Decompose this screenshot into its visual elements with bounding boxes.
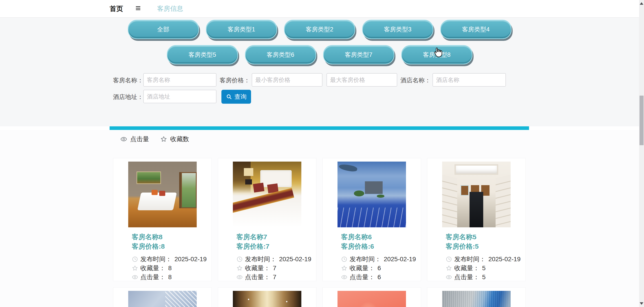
star-icon — [341, 265, 347, 271]
publish-date-row: 发布时间：2025-02-19 — [132, 255, 208, 264]
room-card[interactable]: 客房名称7 客房价格:7 发布时间：2025-02-19 收藏量：7 点击量：7 — [218, 158, 316, 281]
filter-type7-button[interactable]: 客房类型7 — [323, 45, 394, 64]
room-price-text: 客房价格:6 — [341, 242, 417, 251]
scroll-down-icon[interactable] — [640, 302, 643, 305]
star-icon — [160, 136, 167, 142]
hotel-name-label: 酒店名称： — [400, 73, 431, 87]
room-photo — [338, 162, 406, 227]
query-button[interactable]: 查询 — [222, 90, 251, 104]
nav-room-info-link[interactable]: 客房信息 — [157, 0, 183, 17]
publish-date-row: 发布时间：2025-02-19 — [236, 255, 312, 264]
hotel-address-input[interactable] — [143, 90, 216, 103]
room-photo — [338, 291, 406, 307]
room-photo — [442, 162, 510, 227]
eye-icon — [446, 274, 452, 280]
eye-icon — [120, 136, 127, 142]
room-card[interactable]: 客房名称8 客房价格:8 发布时间：2025-02-19 收藏量：8 点击量：8 — [113, 158, 212, 281]
filter-type6-button[interactable]: 客房类型6 — [245, 45, 316, 64]
hotel-address-label: 酒店地址： — [113, 90, 143, 104]
eye-icon — [236, 274, 243, 280]
room-card[interactable] — [113, 287, 212, 307]
star-icon — [132, 265, 138, 271]
room-card[interactable] — [322, 287, 421, 307]
room-photo — [233, 162, 301, 227]
clock-icon — [132, 256, 138, 262]
filter-type4-button[interactable]: 客房类型4 — [440, 20, 512, 39]
room-name-link[interactable]: 客房名称8 — [132, 233, 208, 241]
clock-icon — [341, 256, 347, 262]
scrollbar-thumb[interactable] — [640, 96, 644, 145]
hotel-name-input[interactable] — [432, 73, 506, 87]
hamburger-menu-icon[interactable] — [136, 6, 141, 11]
room-name-link[interactable]: 客房名称6 — [341, 233, 417, 241]
max-price-input[interactable] — [326, 73, 397, 87]
room-photo — [442, 291, 510, 307]
filter-type3-button[interactable]: 客房类型3 — [362, 20, 434, 39]
favorites-row: 收藏量：7 — [236, 264, 312, 273]
room-name-input[interactable] — [143, 73, 216, 87]
stats-legend: 点击量 收藏数 — [120, 135, 189, 143]
room-name-link[interactable]: 客房名称5 — [446, 233, 522, 241]
room-info-page: 首页 客房信息 全部 客房类型1 客房类型2 客房类型3 客房类型4 客房类型5… — [0, 0, 644, 307]
star-icon — [236, 265, 243, 271]
eye-icon — [132, 274, 138, 280]
search-icon — [226, 94, 232, 100]
filter-all-button[interactable]: 全部 — [128, 20, 199, 39]
clicks-row: 点击量：7 — [236, 273, 312, 282]
vertical-scrollbar[interactable] — [639, 0, 644, 307]
filter-type8-button[interactable]: 客房类型8 — [401, 45, 472, 64]
publish-date-row: 发布时间：2025-02-19 — [446, 255, 522, 264]
room-photo — [128, 291, 197, 307]
top-navbar: 首页 客房信息 — [0, 0, 639, 18]
section-divider-bar — [110, 126, 529, 130]
filter-type2-button[interactable]: 客房类型2 — [284, 20, 355, 39]
favorites-row: 收藏量：5 — [446, 264, 522, 273]
star-icon — [446, 265, 452, 271]
nav-home-link[interactable]: 首页 — [110, 0, 123, 17]
eye-icon — [341, 274, 347, 280]
min-price-input[interactable] — [252, 73, 322, 87]
query-button-label: 查询 — [234, 93, 246, 101]
room-price-text: 客房价格:7 — [236, 242, 312, 251]
room-cards-row-1: 客房名称8 客房价格:8 发布时间：2025-02-19 收藏量：8 点击量：8 — [113, 158, 526, 281]
room-type-filter-row-2: 客房类型5 客房类型6 客房类型7 客房类型8 — [0, 45, 639, 64]
room-card[interactable] — [218, 287, 316, 307]
clicks-row: 点击量：5 — [446, 273, 522, 282]
clock-icon — [236, 256, 243, 262]
room-name-link[interactable]: 客房名称7 — [236, 233, 312, 241]
room-photo — [128, 162, 197, 227]
room-type-filter-row-1: 全部 客房类型1 客房类型2 客房类型3 客房类型4 — [0, 20, 639, 39]
publish-date-row: 发布时间：2025-02-19 — [341, 255, 417, 264]
legend-favorites-label: 收藏数 — [170, 135, 189, 143]
clicks-row: 点击量：6 — [341, 273, 417, 282]
filter-type5-button[interactable]: 客房类型5 — [167, 45, 238, 64]
room-photo — [233, 291, 301, 307]
clicks-row: 点击量：8 — [132, 273, 208, 282]
room-card[interactable] — [427, 287, 526, 307]
room-cards-row-2 — [113, 287, 526, 307]
filter-type1-button[interactable]: 客房类型1 — [206, 20, 277, 39]
favorites-row: 收藏量：6 — [341, 264, 417, 273]
room-price-label: 客房价格： — [220, 73, 250, 87]
room-name-label: 客房名称： — [113, 73, 143, 87]
room-card[interactable]: 客房名称5 客房价格:5 发布时间：2025-02-19 收藏量：5 点击量：5 — [427, 158, 526, 281]
clock-icon — [446, 256, 452, 262]
scroll-up-icon[interactable] — [640, 2, 643, 5]
favorites-row: 收藏量：8 — [132, 264, 208, 273]
room-price-text: 客房价格:8 — [132, 242, 208, 251]
room-card[interactable]: 客房名称6 客房价格:6 发布时间：2025-02-19 收藏量：6 点击量：6 — [322, 158, 421, 281]
room-price-text: 客房价格:5 — [446, 242, 522, 251]
legend-clicks-label: 点击量 — [130, 135, 149, 143]
